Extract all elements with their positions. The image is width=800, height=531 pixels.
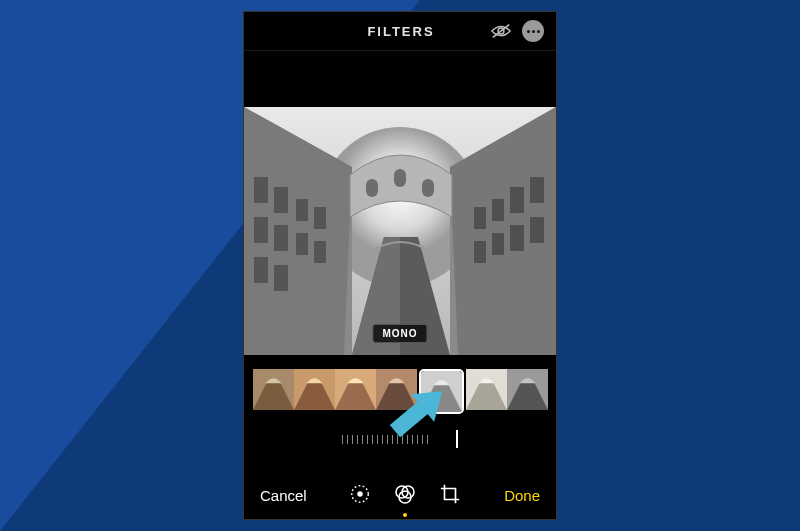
adjust-tool-icon[interactable]	[349, 483, 371, 508]
svg-rect-19	[510, 225, 524, 251]
photo-preview[interactable]: MONO	[244, 107, 556, 355]
done-button[interactable]: Done	[504, 487, 540, 504]
editor-header: FILTERS	[244, 12, 556, 51]
svg-point-33	[358, 491, 364, 497]
filters-tool-icon[interactable]	[393, 482, 417, 509]
svg-rect-11	[314, 241, 326, 263]
page-title: FILTERS	[312, 24, 490, 39]
svg-rect-21	[474, 241, 486, 263]
filter-thumb[interactable]	[253, 369, 294, 410]
toggle-preview-icon[interactable]	[490, 23, 512, 39]
svg-rect-4	[254, 177, 268, 203]
svg-rect-22	[366, 179, 378, 197]
svg-rect-6	[296, 199, 308, 221]
svg-rect-7	[314, 207, 326, 229]
svg-rect-20	[492, 233, 504, 255]
tool-tabs	[349, 482, 461, 509]
svg-rect-23	[394, 169, 406, 187]
svg-rect-14	[530, 177, 544, 203]
filter-thumb[interactable]	[466, 369, 507, 410]
more-options-icon[interactable]	[522, 20, 544, 42]
filter-thumb[interactable]	[507, 369, 548, 410]
filter-thumb-selected[interactable]	[419, 369, 464, 414]
svg-rect-9	[274, 225, 288, 251]
svg-rect-24	[422, 179, 434, 197]
svg-rect-17	[474, 207, 486, 229]
slider-ticks	[342, 430, 458, 448]
filter-thumb[interactable]	[294, 369, 335, 410]
svg-rect-18	[530, 217, 544, 243]
filter-thumb[interactable]	[335, 369, 376, 410]
svg-rect-8	[254, 217, 268, 243]
intensity-slider[interactable]	[244, 425, 556, 453]
cancel-button[interactable]: Cancel	[260, 487, 307, 504]
filter-thumb[interactable]	[376, 369, 417, 410]
svg-rect-10	[296, 233, 308, 255]
svg-rect-16	[492, 199, 504, 221]
svg-rect-5	[274, 187, 288, 213]
header-actions	[490, 20, 544, 42]
phone-screen: FILTERS	[244, 12, 556, 519]
tutorial-slide: FILTERS	[0, 0, 800, 531]
editor-footer: Cancel Done	[244, 471, 556, 519]
svg-rect-15	[510, 187, 524, 213]
filter-name-badge: MONO	[372, 324, 427, 343]
filter-strip[interactable]	[244, 369, 556, 413]
svg-rect-13	[274, 265, 288, 291]
svg-rect-12	[254, 257, 268, 283]
crop-tool-icon[interactable]	[439, 483, 461, 508]
